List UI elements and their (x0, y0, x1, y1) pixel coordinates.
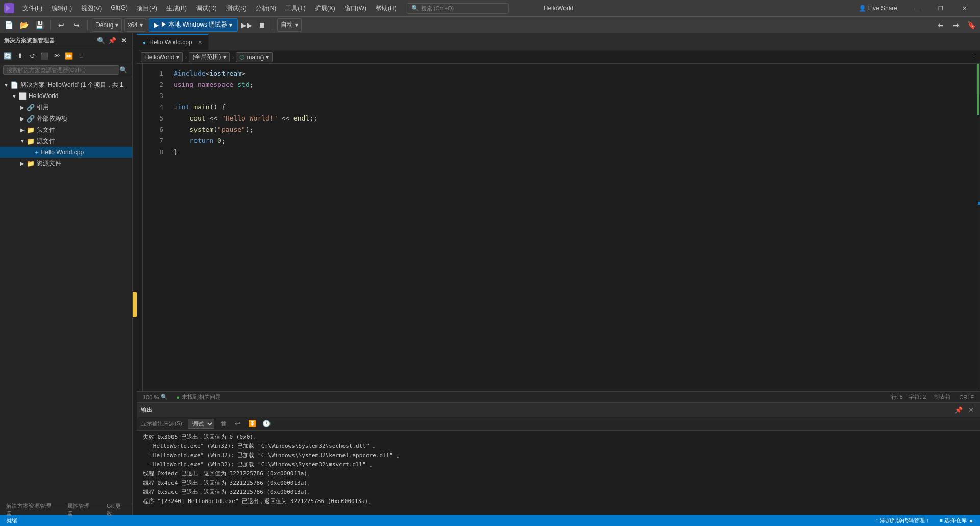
menu-debug[interactable]: 调试(D) (192, 2, 221, 15)
tree-node-ref[interactable]: ▶ 🔗 引用 (0, 102, 132, 113)
open-button[interactable]: 📂 (17, 18, 31, 32)
app-title: HelloWorld (544, 5, 573, 12)
bookmark-prev-button[interactable]: ⬅ (934, 18, 947, 32)
stop-button[interactable]: ⏹ (255, 18, 268, 32)
output-source-select[interactable]: 调试 (188, 419, 214, 429)
output-line-5: 线程 0x4edc 已退出，返回值为 3221225786 (0xc000013… (143, 469, 974, 479)
redo-button[interactable]: ↪ (70, 18, 83, 32)
menu-edit[interactable]: 编辑(E) (47, 2, 76, 15)
status-ready[interactable]: 就绪 (4, 517, 19, 524)
tree-node-extdep[interactable]: ▶ 🔗 外部依赖项 (0, 113, 132, 124)
output-clear-btn[interactable]: 🗑 (218, 419, 229, 429)
restart-button[interactable]: ▶▶ (240, 18, 253, 32)
close-button[interactable]: ✕ (952, 0, 976, 16)
menu-git[interactable]: Git(G) (107, 2, 132, 15)
token: main (193, 102, 209, 113)
collapse-button[interactable]: ⬛ (39, 51, 50, 62)
tree-node-source[interactable]: ▼ 📁 源文件 (0, 135, 132, 147)
menu-project[interactable]: 项目(P) (133, 2, 161, 15)
solution-explorer-tab[interactable]: 解决方案资源管理器 (0, 504, 61, 515)
breadcrumb-add-icon[interactable]: + (972, 54, 976, 61)
lightbulb-panel[interactable] (133, 292, 137, 317)
output-scroll-btn[interactable]: ⏬ (247, 419, 257, 429)
debug-config-dropdown[interactable]: Debug ▾ (92, 18, 122, 32)
breadcrumb-member[interactable]: ⬡ main() ▾ (236, 52, 273, 62)
tab-bar: ● Hello World.cpp ✕ (137, 33, 980, 51)
pending-changes-button[interactable]: ⏩ (63, 51, 75, 62)
new-button[interactable]: 📄 (2, 18, 15, 32)
extdep-arrow: ▶ (18, 116, 27, 122)
output-clock-btn[interactable]: 🕐 (261, 419, 272, 429)
auto-dropdown[interactable]: 自动 ▾ (277, 18, 302, 32)
svg-marker-1 (10, 5, 12, 11)
menu-extend[interactable]: 扩展(X) (311, 2, 339, 15)
output-pin-btn[interactable]: 📌 (953, 405, 964, 415)
maximize-button[interactable]: ❐ (929, 0, 952, 16)
liveshare-button[interactable]: 👤 Live Share (854, 3, 901, 14)
menu-help[interactable]: 帮助(H) (372, 2, 401, 15)
code-line-7: return 0; (174, 135, 970, 147)
breadcrumb-file[interactable]: HelloWorld ▾ (141, 52, 183, 62)
search-box[interactable]: 🔍 搜索 (Ctrl+Q) (407, 3, 509, 14)
menu-test[interactable]: 测试(S) (222, 2, 251, 15)
auto-label: 自动 (281, 20, 293, 29)
bookmark-button[interactable]: 🔖 (965, 18, 978, 32)
refresh-button[interactable]: ↺ (27, 51, 38, 62)
filter-button[interactable]: ⬇ (14, 51, 26, 62)
platform-dropdown[interactable]: x64 ▾ (124, 18, 146, 32)
zoom-status[interactable]: 100 % 🔍 (143, 394, 168, 400)
save-all-button[interactable]: 💾 (33, 18, 46, 32)
status-source-control[interactable]: ↑ 添加到源代码管理 ↑ (873, 517, 931, 524)
run-icon: ▶ (154, 21, 159, 29)
status-repo[interactable]: ≡ 选择仓库 ▲ (938, 517, 976, 524)
bookmark-next-button[interactable]: ➡ (949, 18, 963, 32)
sidebar-pin-icon[interactable]: 📌 (108, 37, 117, 44)
breadcrumb-scope[interactable]: (全局范围) ▾ (189, 52, 230, 62)
sidebar-search-icon[interactable]: 🔍 (96, 37, 106, 44)
sidebar: 解决方案资源管理器 🔍 📌 ✕ 🔄 ⬇ ↺ ⬛ 👁 ⏩ ≡ 🔍 ▼ 📄 (0, 33, 133, 515)
breadcrumb-sep1: › (185, 54, 187, 61)
tree-node-resource[interactable]: ▶ 📁 资源文件 (0, 158, 132, 169)
tree-node-helloworld[interactable]: ▶ + Hello World.cpp (0, 147, 132, 158)
tree-node-project[interactable]: ▼ ⬜ HelloWorld (0, 90, 132, 102)
menu-file[interactable]: 文件(F) (18, 2, 46, 15)
fold-icon-4[interactable]: ⊟ (174, 102, 177, 113)
menu-view[interactable]: 视图(V) (77, 2, 106, 15)
output-close-btn[interactable]: ✕ (966, 405, 976, 415)
platform-label: x64 (128, 21, 137, 29)
code-editor[interactable]: #include<iostream> using namespace std; … (167, 64, 976, 391)
line-ending-status[interactable]: CRLF (959, 393, 974, 401)
encoding-status[interactable]: 制表符 (934, 393, 951, 401)
token: > (241, 68, 246, 79)
tab-helloworld[interactable]: ● Hello World.cpp ✕ (137, 34, 209, 50)
menu-window[interactable]: 窗口(W) (340, 2, 371, 15)
sidebar-search-btn[interactable]: 🔍 (119, 66, 127, 74)
project-label: HelloWorld (29, 92, 58, 100)
sync-button[interactable]: 🔄 (2, 51, 13, 62)
minimize-button[interactable]: — (905, 0, 929, 16)
output-source-label: 显示输出来源(S): (141, 420, 184, 427)
output-wrap-btn[interactable]: ↩ (233, 419, 243, 429)
tree-node-solution[interactable]: ▼ 📄 解决方案 'HelloWorld' (1 个项目，共 1 (0, 79, 132, 90)
token (233, 79, 237, 90)
zoom-up-icon[interactable]: 🔍 (161, 394, 168, 400)
tab-close-icon[interactable]: ✕ (198, 39, 202, 46)
breadcrumb-file-label: HelloWorld (144, 54, 174, 61)
menu-build[interactable]: 生成(B) (162, 2, 191, 15)
sidebar-search-input[interactable] (3, 65, 119, 75)
property-manager-tab[interactable]: 属性管理器 (61, 504, 101, 515)
run-button[interactable]: ▶ ▶ 本地 Windows 调试器 ▾ (149, 18, 238, 32)
token (213, 135, 217, 147)
row-col-status[interactable]: 行: 8 字符: 2 (891, 393, 926, 401)
git-changes-tab[interactable]: Git 更改 (101, 504, 132, 515)
tree-node-header[interactable]: ▶ 📁 头文件 (0, 124, 132, 135)
token (174, 135, 189, 147)
menu-tools[interactable]: 工具(T) (281, 2, 309, 15)
show-all-button[interactable]: 👁 (51, 51, 62, 62)
undo-button[interactable]: ↩ (55, 18, 68, 32)
sidebar-close-icon[interactable]: ✕ (119, 37, 128, 44)
problems-status[interactable]: ● 未找到相关问题 (176, 393, 221, 401)
properties-button[interactable]: ≡ (76, 51, 87, 62)
output-toolbar: 显示输出来源(S): 调试 🗑 ↩ ⏬ 🕐 (137, 417, 980, 431)
menu-analyze[interactable]: 分析(N) (252, 2, 281, 15)
